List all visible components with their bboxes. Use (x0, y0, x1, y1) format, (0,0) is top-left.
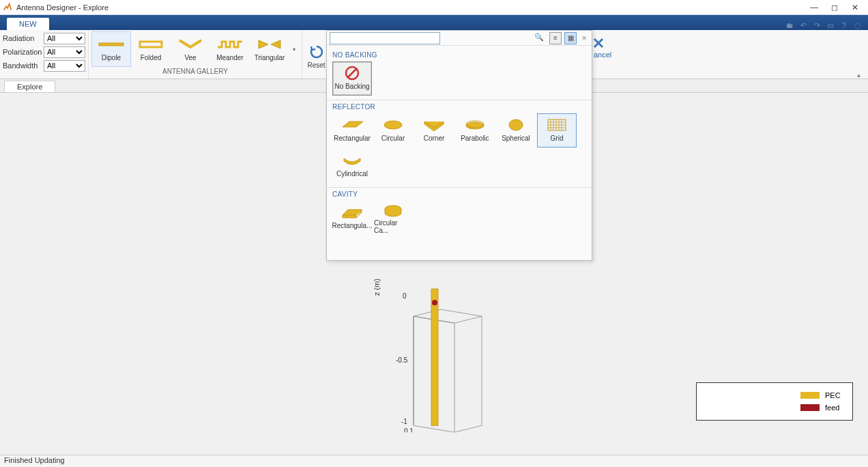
reflector-item-parabolic[interactable]: Parabolic (455, 113, 495, 147)
reflector-item-rectangular[interactable]: Rectangular (332, 113, 372, 147)
svg-point-3 (432, 300, 437, 305)
tick-y01: 0.1 (404, 427, 414, 432)
search-icon[interactable]: 🔍 (534, 33, 544, 42)
legend-label-pec: PEC (825, 391, 845, 399)
item-label: Rectangular (334, 135, 371, 142)
gallery-item-vee[interactable]: Vee (171, 31, 210, 67)
polarization-select[interactable]: All (44, 46, 85, 58)
reflector-item-corner[interactable]: Corner (414, 113, 454, 147)
qat-icon-4[interactable]: ▭ (826, 20, 835, 30)
qat-icon-1[interactable]: 🖿 (785, 20, 794, 30)
ribbon-collapse-button[interactable]: ▴ (852, 69, 865, 80)
item-label: Parabolic (461, 135, 489, 142)
gallery-label: Folded (141, 54, 162, 61)
tick-zneg05: -0.5 (396, 356, 408, 364)
item-label: Cylindrical (336, 170, 368, 178)
item-label: Circular Ca... (374, 219, 412, 234)
close-button[interactable]: ✕ (845, 1, 865, 14)
svg-point-6 (384, 121, 402, 129)
cancel-icon (592, 37, 605, 49)
triangular-icon (254, 35, 285, 54)
view-list-button[interactable]: ≡ (549, 32, 562, 44)
dipole-icon (96, 35, 127, 54)
svg-rect-2 (431, 289, 438, 425)
cavity-item-circular[interactable]: Circular Ca... (373, 201, 413, 235)
cancel-label-partial: ancel (594, 51, 611, 59)
qat-icon-2[interactable]: ↶ (798, 20, 808, 30)
folded-icon (135, 35, 167, 54)
gallery-label: Vee (184, 54, 196, 61)
minimize-button[interactable]: — (804, 1, 824, 14)
legend-swatch-pec (800, 392, 820, 399)
bandwidth-label: Bandwidth (3, 61, 44, 70)
reflector-item-grid[interactable]: Grid (537, 113, 577, 147)
legend[interactable]: PEC feed (696, 382, 853, 421)
gallery-label: Meander (216, 54, 243, 61)
gallery-label: Triangular (255, 54, 285, 61)
reset-label: Reset (307, 61, 325, 69)
vee-icon (175, 35, 206, 54)
matlab-logo-icon (3, 3, 12, 12)
circular-reflector-icon (377, 115, 409, 135)
item-label: Grid (551, 135, 564, 142)
radiation-label: Radiation (3, 34, 44, 42)
gallery-item-folded[interactable]: Folded (131, 31, 171, 67)
reflector-item-cylindrical[interactable]: Cylindrical (332, 149, 372, 183)
svg-point-9 (509, 119, 523, 130)
tick-zneg1: -1 (401, 418, 407, 425)
gallery-search-input[interactable] (330, 32, 440, 44)
qat-icon-5[interactable]: ◌ (853, 20, 863, 30)
cancel-button-partial[interactable]: ancel (592, 38, 610, 60)
item-label: Spherical (502, 135, 530, 142)
radiation-select[interactable]: All (44, 33, 85, 44)
corner-reflector-icon (418, 115, 450, 135)
z-axis-label: z (m) (373, 279, 381, 296)
gallery-item-triangular[interactable]: Triangular (250, 31, 289, 67)
rectangular-cavity-icon (336, 203, 368, 222)
svg-line-5 (347, 68, 357, 78)
gallery-more-button[interactable]: ▾ (289, 31, 299, 67)
section-no-backing: NO BACKING (332, 51, 586, 59)
window-title: Antenna Designer - Explore (16, 3, 108, 12)
doc-tab-explore[interactable]: Explore (4, 81, 55, 92)
title-bar: Antenna Designer - Explore — ◻ ✕ (0, 0, 868, 15)
qat-icon-3[interactable]: ↷ (812, 20, 822, 30)
help-icon[interactable]: ? (839, 20, 849, 30)
tick-z0: 0 (403, 292, 407, 300)
reflector-item-spherical[interactable]: Spherical (496, 113, 536, 147)
circular-cavity-icon (377, 203, 409, 219)
gallery-item-meander[interactable]: Meander (210, 31, 250, 67)
gallery-item-dipole[interactable]: Dipole (91, 31, 131, 67)
backing-gallery-popover: 🔍 ≡ ▦ × NO BACKING No Backing REFLECTOR … (326, 30, 592, 261)
item-label: Circular (381, 135, 405, 142)
parabolic-reflector-icon (459, 115, 491, 135)
status-text: Finished Updating (4, 456, 65, 464)
gallery-label: Dipole (102, 54, 121, 61)
section-reflector: REFLECTOR (332, 103, 586, 111)
tab-new[interactable]: NEW (7, 18, 49, 30)
section-cavity: CAVITY (332, 190, 586, 198)
grid-reflector-icon (541, 115, 573, 135)
rectangular-reflector-icon (336, 115, 368, 135)
antenna-gallery: Dipole Folded Vee Meander Triangular ▾ A… (89, 30, 302, 79)
spherical-reflector-icon (500, 115, 532, 135)
cylindrical-reflector-icon (336, 151, 368, 170)
maximize-button[interactable]: ◻ (824, 1, 845, 14)
polarization-label: Polarization (3, 48, 44, 56)
item-label: Corner (424, 135, 445, 142)
legend-label-feed: feed (825, 404, 845, 412)
meander-icon (214, 35, 246, 54)
reflector-item-circular[interactable]: Circular (373, 113, 413, 147)
legend-swatch-feed (800, 404, 820, 411)
filter-group: Radiation All Polarization All Bandwidth… (0, 30, 89, 79)
popover-close-button[interactable]: × (579, 33, 589, 43)
gallery-caption: ANTENNA GALLERY (91, 67, 299, 76)
backing-item-no-backing[interactable]: No Backing (332, 61, 372, 96)
no-backing-icon (336, 63, 368, 83)
cavity-item-rectangular[interactable]: Rectangula... (332, 201, 372, 235)
bandwidth-select[interactable]: All (44, 60, 85, 72)
svg-rect-0 (99, 43, 124, 46)
view-grid-button[interactable]: ▦ (564, 32, 577, 44)
status-bar: Finished Updating (0, 455, 868, 467)
item-label: No Backing (334, 83, 369, 90)
